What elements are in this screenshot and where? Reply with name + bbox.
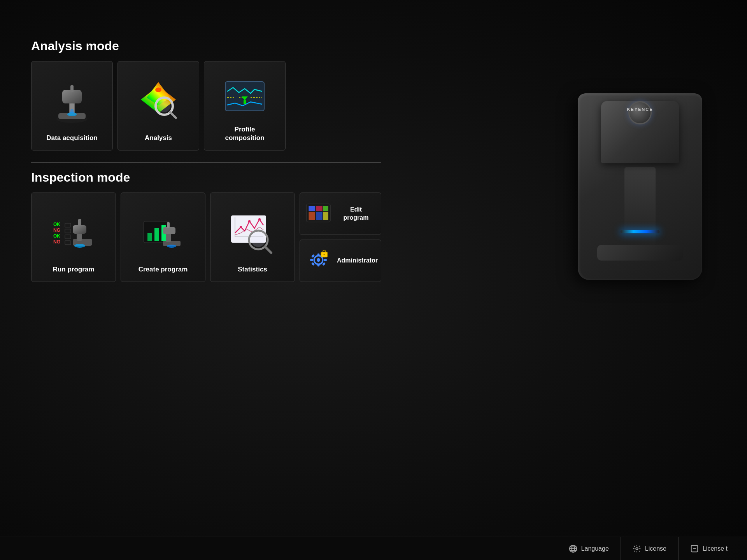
- create-program-card[interactable]: Create program: [121, 192, 205, 282]
- profile-composition-card[interactable]: Profilecomposition: [204, 61, 286, 150]
- svg-rect-56: [316, 212, 323, 220]
- svg-point-45: [240, 226, 242, 228]
- analysis-card[interactable]: Analysis: [117, 61, 199, 150]
- microscope-icon: [32, 61, 112, 134]
- svg-rect-25: [65, 229, 71, 233]
- statistics-card[interactable]: Statistics: [210, 192, 295, 282]
- svg-rect-57: [323, 212, 328, 220]
- language-button[interactable]: Language: [557, 537, 621, 560]
- svg-rect-64: [324, 259, 326, 261]
- language-icon: [569, 544, 577, 553]
- create-icon: [121, 193, 205, 265]
- device-brand: KEYENCE: [627, 107, 653, 112]
- svg-text:NG: NG: [53, 239, 60, 245]
- svg-rect-27: [65, 241, 71, 245]
- svg-rect-40: [167, 222, 170, 228]
- device-head: KEYENCE: [601, 101, 679, 163]
- license-t-icon: [690, 544, 699, 553]
- svg-rect-53: [316, 206, 323, 211]
- profile-composition-label: Profilecomposition: [225, 125, 264, 142]
- license-label: License: [645, 545, 666, 552]
- svg-rect-5: [70, 85, 74, 92]
- administrator-label: Administrator: [337, 257, 378, 265]
- admin-icon: [306, 247, 331, 274]
- svg-point-32: [74, 244, 85, 248]
- license-gear-icon: [633, 544, 641, 553]
- data-acquisition-card[interactable]: Data acquisition: [31, 61, 113, 150]
- statistics-icon: [210, 193, 295, 265]
- svg-point-10: [155, 88, 161, 92]
- svg-rect-39: [163, 227, 175, 234]
- device-lens: [628, 101, 652, 124]
- svg-text:NG: NG: [53, 228, 60, 233]
- svg-rect-62: [317, 264, 320, 266]
- svg-rect-55: [309, 212, 315, 220]
- license-t-label: License t: [703, 545, 728, 552]
- analysis-mode-section: Analysis mode: [31, 39, 381, 150]
- svg-point-60: [317, 258, 320, 262]
- create-program-label: Create program: [139, 265, 188, 274]
- svg-point-70: [324, 254, 325, 256]
- edit-icon: [306, 200, 331, 227]
- analysis-mode-title: Analysis mode: [31, 39, 381, 53]
- analysis-icon: [118, 61, 199, 134]
- svg-rect-26: [65, 235, 71, 239]
- svg-point-12: [158, 100, 170, 112]
- svg-point-41: [167, 245, 176, 248]
- analysis-label: Analysis: [145, 134, 172, 142]
- analysis-cards-grid: Data acquisition: [31, 61, 381, 150]
- svg-rect-19: [244, 100, 246, 104]
- run-program-label: Run program: [53, 265, 95, 274]
- edit-program-card[interactable]: Edit program: [300, 192, 381, 235]
- run-program-card[interactable]: OK NG OK NG: [31, 192, 116, 282]
- profile-icon: [204, 61, 285, 125]
- run-icon: OK NG OK NG: [32, 193, 116, 265]
- svg-rect-34: [147, 233, 152, 241]
- svg-line-13: [170, 112, 176, 118]
- svg-rect-58: [309, 206, 315, 211]
- svg-rect-35: [154, 228, 159, 241]
- section-divider: [31, 162, 381, 163]
- edit-program-label: Edit program: [337, 206, 375, 222]
- bottom-bar: Language License License t: [0, 537, 747, 560]
- device-illustration: KEYENCE: [533, 31, 747, 342]
- svg-rect-54: [323, 206, 328, 211]
- statistics-label: Statistics: [238, 265, 267, 274]
- svg-rect-61: [317, 254, 320, 256]
- svg-rect-24: [65, 223, 71, 227]
- license-button[interactable]: License: [621, 537, 679, 560]
- inspection-mode-section: Inspection mode OK NG OK NG: [31, 170, 381, 282]
- language-label: Language: [581, 545, 609, 552]
- svg-rect-30: [73, 225, 86, 234]
- svg-rect-14: [225, 82, 264, 111]
- data-acquisition-label: Data acquisition: [46, 134, 97, 142]
- svg-point-76: [636, 548, 638, 550]
- svg-point-49: [251, 233, 265, 247]
- inspection-mode-title: Inspection mode: [31, 170, 381, 185]
- device-body: KEYENCE: [578, 93, 702, 280]
- license-t-button[interactable]: License t: [679, 537, 739, 560]
- svg-text:OK: OK: [53, 233, 60, 239]
- inspection-cards-grid: OK NG OK NG: [31, 192, 381, 282]
- svg-text:OK: OK: [53, 222, 60, 227]
- svg-point-47: [258, 218, 261, 220]
- main-content: Analysis mode: [31, 39, 381, 282]
- svg-rect-31: [78, 219, 81, 226]
- svg-rect-63: [310, 259, 313, 261]
- inspection-last-column: Edit program: [300, 192, 381, 282]
- svg-point-46: [248, 220, 251, 222]
- svg-line-50: [265, 247, 271, 253]
- administrator-card[interactable]: Administrator: [300, 240, 381, 282]
